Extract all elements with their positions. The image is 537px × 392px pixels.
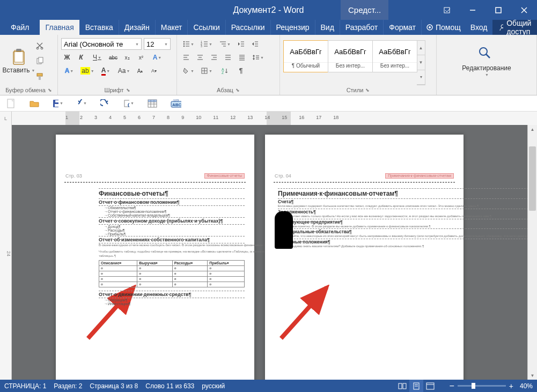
- italic-button[interactable]: К: [75, 51, 87, 63]
- word-count-icon[interactable]: ABC123: [171, 98, 181, 109]
- font-family-combo[interactable]: Arial (Основной те▼: [61, 38, 142, 50]
- svg-text:3: 3: [201, 45, 202, 48]
- style-item-nospacing2[interactable]: АаБбВвГг Без интер...: [372, 40, 417, 72]
- align-left-button[interactable]: [180, 51, 192, 63]
- undo-icon[interactable]: ▼: [76, 98, 87, 109]
- scroll-down-icon[interactable]: ▼: [528, 371, 537, 380]
- tab-layout[interactable]: Макет: [156, 20, 188, 35]
- tab-insert[interactable]: Вставка: [80, 20, 119, 35]
- zoom-out-button[interactable]: −: [449, 381, 454, 391]
- font-glow-button[interactable]: A▼: [61, 65, 77, 77]
- status-language[interactable]: русский: [202, 382, 225, 390]
- sort-button[interactable]: AZ: [217, 65, 233, 77]
- page4-title: Примечания·к·финансовым·отчетам¶: [278, 188, 537, 198]
- horizontal-ruler[interactable]: 123456789101112131415161718: [12, 112, 537, 125]
- style-item-normal[interactable]: АаБбВвГг ¶ Обычный: [283, 40, 328, 72]
- distribute-button[interactable]: [236, 51, 248, 63]
- tab-format[interactable]: Формат: [384, 20, 422, 35]
- underline-button[interactable]: Ч▼: [89, 51, 105, 63]
- styles-scroll-down-icon[interactable]: ▼: [417, 55, 425, 70]
- header-link-3: Финансовые·отчеты: [204, 173, 245, 179]
- decrease-indent-button[interactable]: [235, 38, 247, 50]
- line-spacing-button[interactable]: ▼: [250, 51, 266, 63]
- multilevel-button[interactable]: ▼: [217, 38, 233, 50]
- font-size-combo[interactable]: 12▼: [144, 38, 171, 50]
- tab-home[interactable]: Главная: [40, 20, 79, 35]
- status-words[interactable]: Слово 11 из 633: [145, 382, 194, 390]
- status-page-of[interactable]: Страница 3 из 8: [90, 382, 138, 390]
- view-print-icon[interactable]: [409, 380, 423, 392]
- zoom-level[interactable]: 40%: [520, 382, 533, 390]
- styles-expand-icon[interactable]: ▾: [417, 70, 425, 85]
- scrollbar-thumb[interactable]: [529, 146, 536, 211]
- scroll-up-icon[interactable]: ▲: [528, 125, 537, 134]
- styles-launcher-icon[interactable]: ⬊: [365, 87, 370, 93]
- tab-file[interactable]: Файл: [0, 20, 40, 35]
- close-button[interactable]: [511, 0, 537, 20]
- highlight-button[interactable]: ab▼: [79, 65, 95, 77]
- page3-title: Финансовые·отчеты¶: [99, 188, 245, 198]
- page-3[interactable]: Стр. 03 Финансовые·отчеты Финансовые·отч…: [56, 135, 254, 380]
- contextual-tab-tools[interactable]: Средст...: [341, 0, 388, 20]
- increase-indent-button[interactable]: [249, 38, 261, 50]
- copy-icon[interactable]: [35, 57, 45, 65]
- borders-button[interactable]: ▼: [198, 65, 215, 77]
- svg-point-6: [429, 26, 431, 28]
- maximize-button[interactable]: [485, 0, 511, 20]
- view-web-icon[interactable]: [423, 380, 437, 392]
- align-right-button[interactable]: [208, 51, 220, 63]
- style-item-nospacing1[interactable]: АаБбВвГг Без интер...: [328, 40, 373, 72]
- font-color-button[interactable]: A▼: [98, 65, 114, 77]
- save-icon[interactable]: [4, 6, 12, 14]
- bullets-button[interactable]: ▼: [180, 38, 196, 50]
- vertical-scrollbar[interactable]: ▲ ▼: [527, 125, 537, 380]
- new-doc-icon[interactable]: [5, 98, 16, 109]
- grow-font-button[interactable]: A▴: [134, 65, 146, 77]
- redo-icon[interactable]: [100, 98, 111, 109]
- subscript-button[interactable]: x₂: [121, 51, 133, 63]
- tell-me[interactable]: Помощ: [422, 20, 465, 35]
- format-painter-icon[interactable]: [35, 72, 45, 81]
- tab-developer[interactable]: Разработ: [340, 20, 384, 35]
- svg-text:Z: Z: [222, 71, 224, 75]
- numbering-button[interactable]: 123▼: [198, 38, 215, 50]
- insert-table-icon[interactable]: [147, 98, 158, 109]
- shrink-font-button[interactable]: A▾: [148, 65, 160, 77]
- share-button[interactable]: Общий доступ: [492, 20, 537, 35]
- page-4[interactable]: Стр. 04 Примечания·к·финансовым·отчетам …: [265, 135, 464, 380]
- change-case-button[interactable]: Aa▼: [116, 65, 132, 77]
- zoom-slider[interactable]: [458, 385, 506, 387]
- tab-design[interactable]: Дизайн: [119, 20, 156, 35]
- save-icon[interactable]: ▼: [53, 98, 63, 109]
- tab-references[interactable]: Ссылки: [188, 20, 225, 35]
- status-page[interactable]: СТРАНИЦА: 1: [4, 382, 46, 390]
- minimize-button[interactable]: [460, 0, 485, 20]
- ribbon-options-icon[interactable]: [434, 0, 460, 20]
- bold-button[interactable]: Ж: [61, 51, 73, 63]
- open-icon[interactable]: [29, 98, 40, 109]
- paste-button[interactable]: Вставить▼: [3, 37, 34, 85]
- tab-mailings[interactable]: Рассылки: [226, 20, 271, 35]
- styles-gallery[interactable]: АаБбВвГг ¶ Обычный АаБбВвГг Без интер...…: [283, 40, 425, 85]
- tab-review[interactable]: Рецензир: [271, 20, 315, 35]
- print-preview-icon[interactable]: ▼: [123, 98, 134, 109]
- paragraph-launcher-icon[interactable]: ⬊: [236, 87, 240, 93]
- editing-button[interactable]: Редактирование ▼: [440, 37, 533, 85]
- font-launcher-icon[interactable]: ⬊: [126, 87, 130, 93]
- zoom-in-button[interactable]: +: [509, 382, 513, 390]
- show-marks-button[interactable]: ¶: [235, 65, 247, 77]
- styles-scroll-up-icon[interactable]: ▲: [417, 41, 425, 55]
- view-read-icon[interactable]: [395, 380, 409, 392]
- strikethrough-button[interactable]: abc: [107, 51, 119, 63]
- vertical-ruler[interactable]: 24: [0, 125, 12, 380]
- cut-icon[interactable]: [35, 41, 45, 50]
- justify-button[interactable]: [222, 51, 234, 63]
- text-effects-button[interactable]: A▼: [149, 51, 165, 63]
- status-section[interactable]: Раздел: 2: [54, 382, 82, 390]
- align-center-button[interactable]: [194, 51, 206, 63]
- signin-link[interactable]: Вход: [465, 20, 493, 35]
- tab-view[interactable]: Вид: [315, 20, 340, 35]
- clipboard-launcher-icon[interactable]: ⬊: [48, 87, 52, 93]
- superscript-button[interactable]: x²: [135, 51, 147, 63]
- shading-button[interactable]: ▼: [180, 65, 196, 77]
